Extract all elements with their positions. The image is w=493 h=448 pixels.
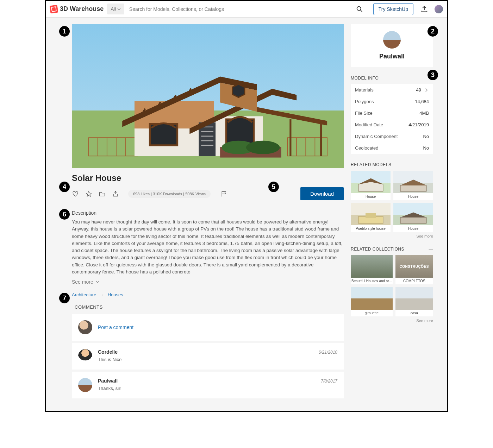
section-label: RELATED MODELS [351, 162, 391, 167]
author-card[interactable]: Paulwall [351, 24, 433, 67]
info-value: No [423, 145, 429, 151]
flag-icon[interactable] [220, 190, 227, 197]
svg-point-0 [357, 6, 361, 10]
info-value: 4MB [419, 111, 429, 116]
info-row-modified: Modified Date 4/21/2019 [351, 119, 433, 131]
thumb-caption: girouette [351, 310, 393, 316]
download-button[interactable]: Download [300, 187, 344, 200]
thumb-caption: House [393, 193, 433, 200]
info-row-filesize: File Size 4MB [351, 107, 433, 119]
section-label: RELATED COLLECTIONS [351, 247, 404, 252]
search-input[interactable] [128, 4, 352, 15]
site-logo[interactable]: 3D Warehouse [50, 5, 104, 13]
svg-point-26 [246, 141, 280, 154]
comment-item: Cordelle 6/21/2010 This is Nice [72, 343, 344, 370]
collapse-icon: — [429, 162, 433, 167]
chevron-down-icon [117, 7, 121, 11]
breadcrumb-separator: → [100, 292, 104, 297]
info-row-polygons: Polygons 14,684 [351, 96, 433, 107]
info-row-dynamic: Dynamic Component No [351, 131, 433, 142]
info-label: Polygons [355, 99, 374, 104]
thumb-caption: casa [395, 310, 433, 316]
folder-icon[interactable] [99, 190, 106, 197]
logo-text: 3D Warehouse [60, 5, 104, 13]
related-model-card[interactable]: House [351, 171, 391, 200]
related-collection-card[interactable]: girouette [351, 287, 393, 316]
try-sketchup-button[interactable]: Try SketchUp [373, 3, 413, 15]
breadcrumb: Architecture → Houses [72, 292, 344, 297]
thumb-caption: COMPLETOS [395, 278, 433, 284]
info-row-materials[interactable]: Materials 49 [351, 84, 433, 96]
comment-date: 7/8/2017 [321, 379, 337, 384]
comment-item: Paulwall 7/8/2017 Thanks, sir! [72, 372, 344, 398]
model-hero-image[interactable] [72, 24, 344, 168]
related-models-heading[interactable]: RELATED MODELS — [351, 162, 433, 167]
info-value: No [423, 134, 429, 139]
commenter-avatar[interactable] [78, 378, 92, 392]
info-label: Modified Date [355, 122, 383, 127]
collapse-icon: — [429, 247, 433, 252]
info-value: 14,684 [415, 99, 429, 104]
annotation-badge-4: 4 [59, 182, 70, 192]
annotation-badge-2: 2 [428, 26, 438, 37]
section-label: MODEL INFO [351, 76, 379, 81]
house-render [86, 52, 330, 168]
star-icon[interactable] [85, 190, 92, 197]
user-avatar[interactable] [435, 5, 443, 13]
annotation-badge-1: 1 [59, 26, 70, 37]
related-collection-card[interactable]: CONSTRUÇÕES COMPLETOS [395, 255, 433, 284]
like-icon[interactable] [72, 190, 79, 197]
top-header: 3D Warehouse All Try SketchUp [46, 1, 447, 18]
thumb-caption: Pueblo style house [351, 225, 391, 232]
author-name: Paulwall [358, 53, 426, 60]
see-more-label: See more [72, 279, 93, 285]
related-models-grid: House House Pueblo style house House [351, 171, 433, 232]
thumb-caption: Beautiful Houses and ar... [351, 278, 393, 284]
related-models-see-more[interactable]: See more [351, 234, 433, 238]
logo-icon [50, 5, 58, 13]
breadcrumb-leaf[interactable]: Houses [108, 292, 123, 297]
post-comment-link[interactable]: Post a comment [98, 324, 133, 330]
model-info-heading[interactable]: MODEL INFO — [351, 76, 433, 81]
description-text: You may have never thought the day will … [72, 219, 344, 276]
current-user-avatar[interactable] [78, 320, 92, 334]
related-model-card[interactable]: House [393, 171, 433, 200]
search-icon[interactable] [356, 5, 363, 13]
info-label: File Size [355, 111, 373, 116]
see-more-button[interactable]: See more [72, 279, 100, 285]
svg-line-1 [360, 10, 362, 12]
comment-author[interactable]: Paulwall [98, 378, 118, 384]
svg-marker-11 [257, 107, 327, 125]
model-info-list: Materials 49 Polygons 14,684 File Size 4… [351, 84, 433, 154]
stats-pill: 698 Likes | 310K Downloads | 508K Views [128, 190, 211, 198]
upload-icon[interactable] [420, 5, 428, 13]
chevron-right-icon [424, 88, 429, 93]
share-icon[interactable] [112, 190, 119, 197]
annotation-badge-5: 5 [268, 182, 279, 192]
comment-date: 6/21/2010 [319, 350, 337, 355]
model-title: Solar House [72, 173, 344, 183]
related-model-card[interactable]: Pueblo style house [351, 203, 391, 232]
related-model-card[interactable]: House [393, 203, 433, 232]
svg-rect-2 [88, 138, 137, 156]
related-collection-card[interactable]: casa [395, 287, 433, 316]
collection-overlay-text: CONSTRUÇÕES [400, 265, 429, 269]
info-label: Dynamic Component [355, 134, 398, 139]
filter-label: All [111, 6, 116, 12]
model-toolbar: 698 Likes | 310K Downloads | 508K Views … [72, 187, 344, 200]
svg-marker-42 [400, 213, 426, 217]
related-collection-card[interactable]: Beautiful Houses and ar... [351, 255, 393, 284]
commenter-avatar[interactable] [78, 349, 92, 363]
related-collections-see-more[interactable]: See more [351, 318, 433, 323]
search-filter-dropdown[interactable]: All [107, 4, 124, 14]
breadcrumb-root[interactable]: Architecture [72, 292, 96, 297]
comments-heading: COMMENTS [75, 304, 344, 310]
svg-marker-38 [400, 180, 426, 185]
post-comment-card: Post a comment [72, 314, 344, 341]
related-collections-heading[interactable]: RELATED COLLECTIONS — [351, 247, 433, 252]
comment-author[interactable]: Cordelle [98, 349, 118, 355]
annotation-badge-3: 3 [428, 70, 438, 80]
info-value: 4/21/2019 [408, 122, 429, 127]
author-avatar [383, 31, 401, 49]
description-label: Description [72, 210, 344, 216]
